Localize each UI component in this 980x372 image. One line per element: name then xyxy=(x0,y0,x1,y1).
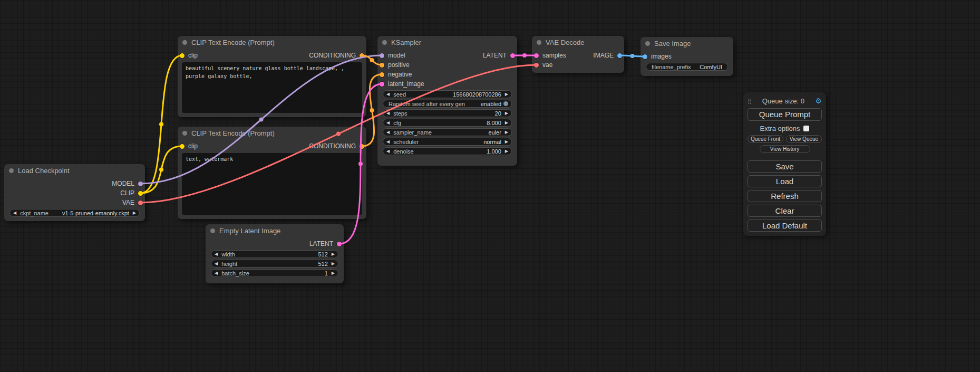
widget-scheduler[interactable]: ◀ scheduler normal ▶ xyxy=(383,138,512,146)
widget-steps[interactable]: ◀ steps 20 ▶ xyxy=(383,109,512,117)
output-slot-latent[interactable]: LATENT xyxy=(309,241,342,247)
vae-output-dot[interactable] xyxy=(138,201,143,205)
increment-arrow-icon[interactable]: ▶ xyxy=(505,140,508,144)
widget-filename-prefix[interactable]: filename_prefix ComfyUI xyxy=(646,63,728,71)
node-empty-latent-image[interactable]: Empty Latent Image LATENT ◀ width 512 ▶ … xyxy=(206,224,344,283)
widget-height[interactable]: ◀ height 512 ▶ xyxy=(211,260,338,268)
latent-output-dot[interactable] xyxy=(510,53,515,58)
collapse-dot-icon[interactable] xyxy=(9,168,14,173)
toggle-knob[interactable] xyxy=(503,101,508,106)
widget-batch-size[interactable]: ◀ batch_size 1 ▶ xyxy=(211,269,338,277)
decrement-arrow-icon[interactable]: ◀ xyxy=(215,271,218,275)
increment-arrow-icon[interactable]: ▶ xyxy=(332,262,335,266)
input-slot-model[interactable]: model xyxy=(380,52,405,59)
input-slot-clip[interactable]: clip xyxy=(180,143,198,149)
load-button[interactable]: Load xyxy=(748,175,822,187)
node-ksampler[interactable]: KSampler model LATENT positive xyxy=(377,36,517,166)
widget-seed[interactable]: ◀ seed 156680208700286 ▶ xyxy=(383,90,512,98)
conditioning-output-dot[interactable] xyxy=(360,144,364,149)
conditioning-output-dot[interactable] xyxy=(360,53,364,58)
node-header[interactable]: Save Image xyxy=(641,37,733,50)
view-queue-button[interactable]: View Queue xyxy=(786,135,822,143)
vae-input-dot[interactable] xyxy=(534,63,539,68)
decrement-arrow-icon[interactable]: ◀ xyxy=(386,111,390,116)
node-header[interactable]: KSampler xyxy=(377,36,517,49)
image-output-dot[interactable] xyxy=(617,53,622,58)
node-header[interactable]: Load Checkpoint xyxy=(4,164,145,177)
clip-input-dot[interactable] xyxy=(180,144,185,149)
drag-handle-icon[interactable]: ⣿ xyxy=(748,98,751,104)
node-vae-decode[interactable]: VAE Decode samples IMAGE vae xyxy=(532,36,624,73)
input-slot-clip[interactable]: clip xyxy=(180,52,198,59)
decrement-arrow-icon[interactable]: ◀ xyxy=(215,262,218,266)
collapse-dot-icon[interactable] xyxy=(182,40,187,45)
input-slot-positive[interactable]: positive xyxy=(380,62,410,68)
latent-output-dot[interactable] xyxy=(337,242,342,246)
negative-input-dot[interactable] xyxy=(380,72,384,77)
decrement-arrow-icon[interactable]: ◀ xyxy=(386,121,390,125)
output-slot-image[interactable]: IMAGE xyxy=(593,52,622,59)
node-save-image[interactable]: Save Image images filename_prefix ComfyU… xyxy=(641,37,733,76)
widget-ckpt-name[interactable]: ◀ ckpt_name v1-5-pruned-emaonly.ckpt ▶ xyxy=(9,209,140,217)
decrement-arrow-icon[interactable]: ◀ xyxy=(386,140,390,144)
clip-output-dot[interactable] xyxy=(138,191,143,196)
increment-arrow-icon[interactable]: ▶ xyxy=(505,149,508,154)
prompt-text-input[interactable]: beautiful scenery nature glass bottle la… xyxy=(182,62,362,113)
output-slot-latent[interactable]: LATENT xyxy=(483,52,515,59)
decrement-arrow-icon[interactable]: ◀ xyxy=(13,211,16,215)
queue-front-button[interactable]: Queue Front xyxy=(748,135,783,143)
model-input-dot[interactable] xyxy=(380,53,384,58)
clear-button[interactable]: Clear xyxy=(748,205,822,217)
input-slot-vae[interactable]: vae xyxy=(534,62,552,68)
increment-arrow-icon[interactable]: ▶ xyxy=(505,121,508,125)
latent-image-input-dot[interactable] xyxy=(380,82,384,87)
output-slot-model[interactable]: MODEL xyxy=(112,180,143,187)
node-load-checkpoint[interactable]: Load Checkpoint MODEL CLIP VAE xyxy=(4,164,145,221)
node-header[interactable]: VAE Decode xyxy=(532,36,624,49)
collapse-dot-icon[interactable] xyxy=(382,40,387,45)
input-slot-images[interactable]: images xyxy=(643,53,672,60)
decrement-arrow-icon[interactable]: ◀ xyxy=(386,149,390,154)
node-clip-text-encode-negative[interactable]: CLIP Text Encode (Prompt) clip CONDITION… xyxy=(178,127,366,219)
clip-input-dot[interactable] xyxy=(180,53,185,58)
save-button[interactable]: Save xyxy=(748,160,822,173)
queue-prompt-button[interactable]: Queue Prompt xyxy=(748,108,822,121)
increment-arrow-icon[interactable]: ▶ xyxy=(505,130,508,135)
node-header[interactable]: Empty Latent Image xyxy=(206,224,344,237)
settings-gear-icon[interactable]: ⚙ xyxy=(815,97,822,104)
samples-input-dot[interactable] xyxy=(534,53,539,58)
output-slot-clip[interactable]: CLIP xyxy=(120,190,143,196)
node-header[interactable]: CLIP Text Encode (Prompt) xyxy=(178,36,366,49)
output-slot-vae[interactable]: VAE xyxy=(122,199,143,206)
load-default-button[interactable]: Load Default xyxy=(748,220,822,232)
collapse-dot-icon[interactable] xyxy=(645,41,650,46)
widget-width[interactable]: ◀ width 512 ▶ xyxy=(211,250,338,258)
positive-input-dot[interactable] xyxy=(380,63,384,68)
collapse-dot-icon[interactable] xyxy=(182,131,187,136)
input-slot-negative[interactable]: negative xyxy=(380,71,412,78)
widget-sampler-name[interactable]: ◀ sampler_name euler ▶ xyxy=(383,128,512,136)
node-header[interactable]: CLIP Text Encode (Prompt) xyxy=(178,127,366,139)
decrement-arrow-icon[interactable]: ◀ xyxy=(215,252,218,256)
collapse-dot-icon[interactable] xyxy=(210,228,215,233)
prompt-text-input[interactable]: text, watermark xyxy=(182,153,362,215)
output-slot-conditioning[interactable]: CONDITIONING xyxy=(309,143,364,149)
refresh-button[interactable]: Refresh xyxy=(748,190,822,202)
increment-arrow-icon[interactable]: ▶ xyxy=(505,92,508,97)
node-graph-canvas[interactable]: Load Checkpoint MODEL CLIP VAE xyxy=(0,0,980,372)
increment-arrow-icon[interactable]: ▶ xyxy=(332,252,335,256)
decrement-arrow-icon[interactable]: ◀ xyxy=(386,130,390,135)
widget-cfg[interactable]: ◀ cfg 8.000 ▶ xyxy=(383,119,512,127)
input-slot-samples[interactable]: samples xyxy=(534,52,566,59)
input-slot-latent-image[interactable]: latent_image xyxy=(380,81,424,87)
increment-arrow-icon[interactable]: ▶ xyxy=(133,211,136,215)
extra-options-checkbox[interactable] xyxy=(803,126,809,131)
collapse-dot-icon[interactable] xyxy=(537,40,541,45)
node-clip-text-encode-positive[interactable]: CLIP Text Encode (Prompt) clip CONDITION… xyxy=(178,36,366,117)
images-input-dot[interactable] xyxy=(643,54,647,59)
increment-arrow-icon[interactable]: ▶ xyxy=(505,111,508,116)
widget-denoise[interactable]: ◀ denoise 1.000 ▶ xyxy=(383,147,512,155)
output-slot-conditioning[interactable]: CONDITIONING xyxy=(309,52,364,59)
widget-random-seed-toggle[interactable]: Random seed after every gen enabled xyxy=(383,100,512,108)
decrement-arrow-icon[interactable]: ◀ xyxy=(386,92,390,97)
